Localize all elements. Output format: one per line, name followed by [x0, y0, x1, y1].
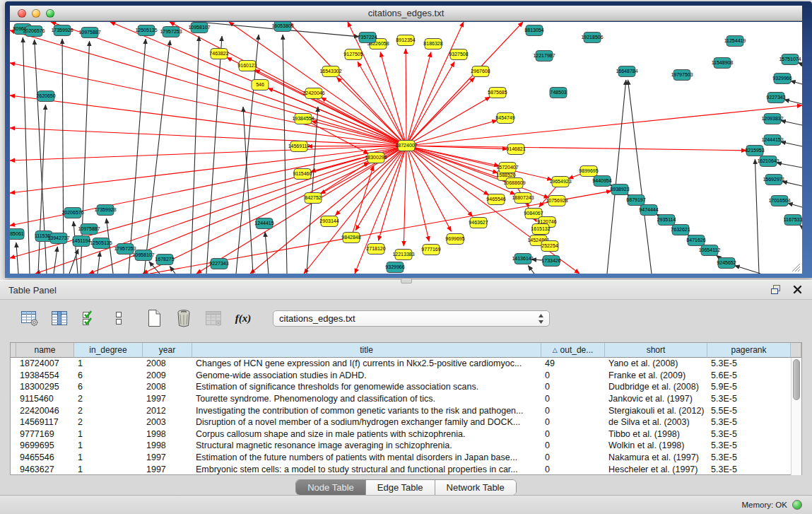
table-cell[interactable]: 1	[74, 429, 143, 439]
table-cell[interactable]: 5.3E-5	[707, 394, 791, 404]
network-node[interactable]: 10958107	[188, 23, 210, 33]
column-header-in_degree[interactable]: in_degree	[74, 343, 143, 358]
table-cell[interactable]: 5.3E-5	[707, 358, 791, 368]
table-row[interactable]: 977716911998Corpus callosum shape and si…	[11, 428, 791, 440]
network-node[interactable]: 20206576	[23, 26, 45, 37]
table-cell[interactable]: 9115460	[16, 394, 74, 404]
table-cell[interactable]: Yano et al. (2008)	[605, 358, 707, 368]
network-node[interactable]: 16210643	[757, 156, 779, 167]
network-node[interactable]: 1733426	[541, 256, 560, 267]
tab-node-table[interactable]: Node Table	[296, 480, 366, 495]
network-node[interactable]: 14569117	[288, 141, 310, 152]
table-row[interactable]: 1830029562008Estimation of significance …	[11, 381, 791, 393]
network-node[interactable]: 17016504	[768, 196, 790, 206]
table-cell[interactable]: Embryonic stem cells: a model to study s…	[192, 465, 541, 474]
table-scrollbar[interactable]	[791, 358, 801, 475]
table-row[interactable]: 946554611997Estimation of the future num…	[11, 452, 791, 464]
table-row[interactable]: 2242004622012Investigating the contribut…	[11, 404, 791, 416]
network-node[interactable]: 10654112	[699, 245, 721, 256]
table-cell[interactable]: 1998	[143, 429, 192, 439]
table-row[interactable]: 969969511998Structural magnetic resonanc…	[11, 440, 791, 452]
table-row[interactable]: 1938455462009Genome-wide association stu…	[11, 370, 791, 382]
table-cell[interactable]: Stergiakouli et al. (2012)	[605, 406, 707, 416]
network-node[interactable]: 17359928	[51, 25, 73, 36]
network-node[interactable]: 8186328	[423, 39, 442, 49]
table-cell[interactable]: 0	[541, 406, 605, 416]
panel-divider-grip[interactable]	[401, 278, 412, 284]
network-node[interactable]: 20206576	[61, 208, 83, 218]
network-node[interactable]: 1167533	[784, 215, 802, 226]
table-selector-dropdown[interactable]: citations_edges.txt	[273, 310, 550, 327]
table-cell[interactable]: 5.3E-5	[707, 440, 791, 450]
network-node[interactable]: 10688609	[503, 178, 525, 189]
table-cell[interactable]: Corpus callosum shape and size in male p…	[192, 429, 541, 439]
float-panel-icon[interactable]	[770, 284, 782, 295]
network-node[interactable]: 10975887	[78, 28, 100, 38]
network-node[interactable]: 9329966	[385, 262, 404, 273]
network-node[interactable]: 19797503	[671, 70, 693, 81]
network-node[interactable]: 1451194	[72, 236, 91, 247]
network-node[interactable]: 11254419	[724, 36, 746, 47]
table-cell[interactable]: 19384554	[16, 370, 74, 380]
table-cell[interactable]: Dudbridge et al. (2008)	[605, 382, 707, 392]
table-cell[interactable]: 1998	[143, 440, 192, 450]
table-cell[interactable]: 0	[541, 382, 605, 392]
network-node[interactable]: 18807243	[512, 193, 534, 204]
table-cell[interactable]: 0	[541, 394, 605, 404]
network-node[interactable]: 9115460	[293, 169, 312, 180]
network-node[interactable]: 9146821	[506, 144, 525, 155]
network-node[interactable]: 9160123	[237, 61, 257, 71]
network-node[interactable]: 8454749	[495, 113, 514, 124]
network-node[interactable]: 9699695	[445, 234, 464, 245]
table-cell[interactable]: Structural magnetic resonance image aver…	[192, 440, 541, 450]
network-node[interactable]: 6879197	[626, 195, 645, 206]
table-cell[interactable]: Wolkin et al. (1998)	[605, 440, 707, 450]
network-node[interactable]: 7632621	[671, 225, 690, 235]
table-cell[interactable]: Franke et al. (2009)	[605, 370, 707, 380]
resize-grip-icon[interactable]	[791, 262, 801, 272]
table-cell[interactable]: Jankovic et al. (1997)	[605, 394, 707, 404]
network-node[interactable]: 2620650	[36, 91, 55, 102]
network-node[interactable]: 14136141	[512, 254, 534, 264]
network-node[interactable]: 15692971	[763, 175, 784, 185]
network-node[interactable]: 10958107	[132, 250, 154, 261]
select-rows-button[interactable]	[79, 308, 99, 328]
table-cell[interactable]: 0	[541, 417, 605, 427]
network-node[interactable]: 12213383	[392, 250, 414, 260]
network-node[interactable]: 1244415	[254, 218, 273, 229]
network-node[interactable]: 9127505	[343, 49, 363, 60]
table-cell[interactable]: 0	[541, 370, 605, 380]
table-cell[interactable]: de Silva et al. (2003)	[605, 417, 707, 427]
table-cell[interactable]: 5.3E-5	[707, 465, 791, 474]
table-cell[interactable]: 2009	[143, 370, 192, 380]
network-node[interactable]: 2935114	[657, 215, 676, 226]
table-cell[interactable]: 18724007	[16, 358, 74, 368]
table-cell[interactable]: 2008	[143, 382, 192, 392]
network-node[interactable]: 9327508	[449, 49, 468, 60]
table-cell[interactable]: 1	[74, 440, 143, 450]
table-cell[interactable]: 0	[541, 452, 605, 462]
network-node[interactable]: 9227343	[766, 93, 785, 103]
table-cell[interactable]: 0	[541, 465, 605, 474]
network-node[interactable]: 16543302	[319, 66, 341, 77]
table-cell[interactable]: Estimation of the future numbers of pati…	[192, 452, 541, 462]
table-cell[interactable]: 1997	[143, 452, 192, 462]
table-cell[interactable]: 5.3E-5	[707, 417, 791, 427]
network-node[interactable]: 19218506	[581, 33, 603, 43]
table-cell[interactable]: 2008	[143, 358, 192, 368]
table-cell[interactable]: 0	[541, 429, 605, 439]
network-node[interactable]: 17359928	[94, 205, 116, 216]
table-cell[interactable]: 9465546	[16, 452, 74, 462]
network-node[interactable]: 7357224	[358, 33, 377, 43]
table-cell[interactable]: 6	[74, 370, 143, 380]
table-cell[interactable]: 9777169	[16, 429, 74, 439]
network-node[interactable]: 8215953	[745, 146, 764, 156]
column-header-out_de[interactable]: △out_de...	[541, 343, 605, 358]
network-window-titlebar[interactable]: citations_edges.txt	[10, 6, 802, 21]
network-node[interactable]: 12093832	[761, 114, 783, 124]
network-node[interactable]: 9329966	[772, 74, 792, 84]
table-cell[interactable]: 1	[74, 358, 143, 368]
network-node[interactable]: 16053809	[271, 22, 293, 32]
network-node[interactable]: 2718120	[366, 244, 385, 255]
network-node[interactable]: 9465546	[486, 194, 505, 205]
